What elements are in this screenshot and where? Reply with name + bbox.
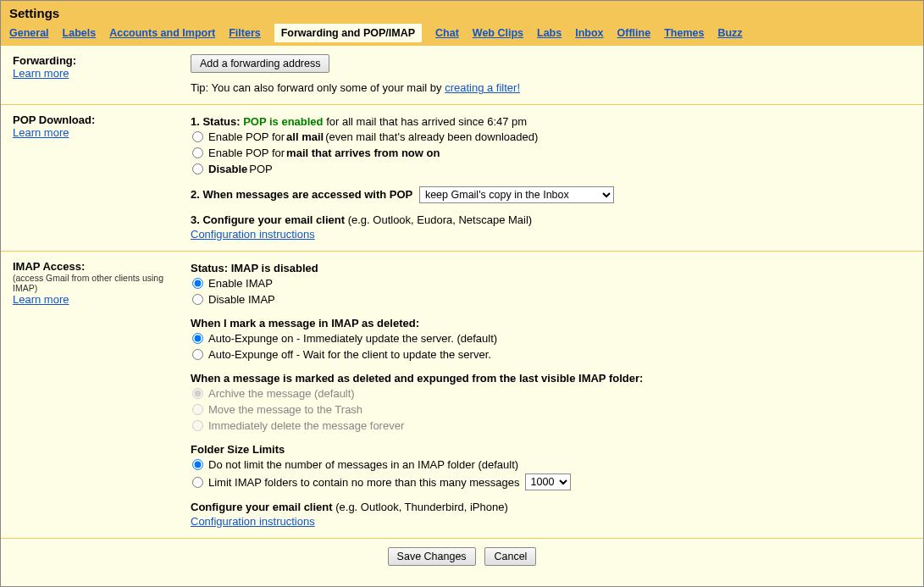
pop-learn-more-link[interactable]: Learn more <box>13 126 69 139</box>
pop-enable-all-bold: all mail <box>286 130 324 143</box>
expunged-delete-text: Immediately delete the message forever <box>208 419 404 432</box>
page-title: Settings <box>9 4 915 24</box>
imap-enable-radio[interactable] <box>192 278 203 289</box>
imap-configure-row: Configure your email client (e.g. Outloo… <box>191 501 911 513</box>
pop-enable-now-radio[interactable] <box>192 147 203 158</box>
pop-enable-all-suffix: (even mail that's already been downloade… <box>325 130 538 143</box>
tab-accounts-and-import[interactable]: Accounts and Import <box>109 24 215 42</box>
imap-status: Status: IMAP is disabled <box>191 262 911 274</box>
imap-mark-deleted-header: When I mark a message in IMAP as deleted… <box>191 317 911 329</box>
imap-learn-more-link[interactable]: Learn more <box>13 293 69 306</box>
pop-status-value: POP is enabled <box>243 115 323 128</box>
expunged-trash-radio[interactable] <box>192 404 203 415</box>
tab-web-clips[interactable]: Web Clips <box>473 24 523 42</box>
imap-config-instructions-link[interactable]: Configuration instructions <box>191 515 315 528</box>
pop-disable-row: Disable POP <box>191 162 911 176</box>
imap-expunged-header: When a message is marked as deleted and … <box>191 372 911 385</box>
imap-enable-text: Enable IMAP <box>208 277 273 290</box>
pop-disable-suffix: POP <box>249 163 272 175</box>
cancel-button[interactable]: Cancel <box>484 547 536 566</box>
pop-access-select[interactable]: keep Gmail's copy in the Inbox <box>419 186 614 203</box>
pop-status-prefix: 1. Status: <box>191 115 243 128</box>
pop-status-line: 1. Status: POP is enabled for all mail t… <box>191 115 911 128</box>
content: Forwarding: Learn more Add a forwarding … <box>1 46 923 574</box>
expunged-delete-radio[interactable] <box>192 420 203 431</box>
expunge-on-text: Auto-Expunge on - Immediately update the… <box>208 332 497 345</box>
tab-chat[interactable]: Chat <box>435 24 459 42</box>
pop-disable-radio[interactable] <box>192 163 203 174</box>
tab-themes[interactable]: Themes <box>664 24 704 42</box>
tab-labs[interactable]: Labs <box>537 24 562 42</box>
footer-buttons: Save Changes Cancel <box>1 539 923 574</box>
settings-page: Settings GeneralLabelsAccounts and Impor… <box>0 0 924 587</box>
pop-enable-all-radio[interactable] <box>192 131 203 142</box>
expunge-off-text: Auto-Expunge off - Wait for the client t… <box>208 348 491 361</box>
tab-offline[interactable]: Offline <box>617 24 651 42</box>
expunged-archive-text: Archive the message (default) <box>208 387 355 400</box>
pop-enable-now-row: Enable POP for mail that arrives from no… <box>191 146 911 160</box>
imap-config-suffix: (e.g. Outlook, Thunderbird, iPhone) <box>333 501 508 513</box>
imap-config-bold: Configure your email client <box>191 501 333 513</box>
imap-sublabel: (access Gmail from other clients using I… <box>13 273 182 293</box>
forwarding-tip: Tip: You can also forward only some of y… <box>191 81 911 94</box>
add-forwarding-address-button[interactable]: Add a forwarding address <box>191 54 329 73</box>
folder-limit-select[interactable]: 1000 <box>525 473 571 490</box>
folder-limit-radio[interactable] <box>192 477 203 488</box>
imap-label: IMAP Access: <box>13 260 182 273</box>
tab-inbox[interactable]: Inbox <box>575 24 603 42</box>
pop-enable-now-prefix: Enable POP for <box>208 147 285 159</box>
tab-buzz[interactable]: Buzz <box>717 24 742 42</box>
section-pop: POP Download: Learn more 1. Status: POP … <box>1 105 923 252</box>
imap-disable-radio[interactable] <box>192 294 203 305</box>
tab-general[interactable]: General <box>9 24 49 42</box>
pop-access-row: 2. When messages are accessed with POP k… <box>191 186 911 203</box>
folder-size-header: Folder Size Limits <box>191 443 911 456</box>
tab-labels[interactable]: Labels <box>63 24 97 42</box>
create-filter-link[interactable]: creating a filter! <box>445 81 520 94</box>
pop-label: POP Download: <box>13 114 182 126</box>
pop-configure-row: 3. Configure your email client (e.g. Out… <box>191 213 911 226</box>
pop-enable-all-prefix: Enable POP for <box>208 130 285 143</box>
folder-limit-text: Limit IMAP folders to contain no more th… <box>208 476 520 489</box>
folder-nolimit-text: Do not limit the number of messages in a… <box>208 458 518 471</box>
pop-status-suffix: for all mail that has arrived since 6:47… <box>324 115 528 128</box>
save-changes-button[interactable]: Save Changes <box>388 547 476 566</box>
imap-disable-text: Disable IMAP <box>208 293 275 306</box>
pop-disable-bold: Disable <box>208 163 247 175</box>
forwarding-learn-more-link[interactable]: Learn more <box>13 67 69 80</box>
tabs-bar: GeneralLabelsAccounts and ImportFiltersF… <box>9 24 915 46</box>
forwarding-tip-text: Tip: You can also forward only some of y… <box>191 81 445 94</box>
pop-access-label: 2. When messages are accessed with POP <box>191 188 412 201</box>
expunged-trash-text: Move the message to the Trash <box>208 403 362 416</box>
pop-configure-bold: 3. Configure your email client <box>191 213 345 226</box>
section-forwarding: Forwarding: Learn more Add a forwarding … <box>1 46 923 105</box>
pop-config-instructions-link[interactable]: Configuration instructions <box>191 228 315 241</box>
pop-enable-now-bold: mail that arrives from now on <box>286 147 440 159</box>
folder-nolimit-radio[interactable] <box>192 459 203 470</box>
forwarding-label: Forwarding: <box>13 54 182 67</box>
pop-configure-suffix: (e.g. Outlook, Eudora, Netscape Mail) <box>345 213 532 226</box>
tab-forwarding-and-pop-imap[interactable]: Forwarding and POP/IMAP <box>274 24 422 42</box>
pop-enable-all-row: Enable POP for all mail (even mail that'… <box>191 130 911 144</box>
tab-filters[interactable]: Filters <box>229 24 261 42</box>
section-imap: IMAP Access: (access Gmail from other cl… <box>1 252 923 539</box>
expunge-off-radio[interactable] <box>192 349 203 360</box>
header: Settings GeneralLabelsAccounts and Impor… <box>1 1 923 46</box>
expunged-archive-radio[interactable] <box>192 388 203 399</box>
expunge-on-radio[interactable] <box>192 333 203 344</box>
